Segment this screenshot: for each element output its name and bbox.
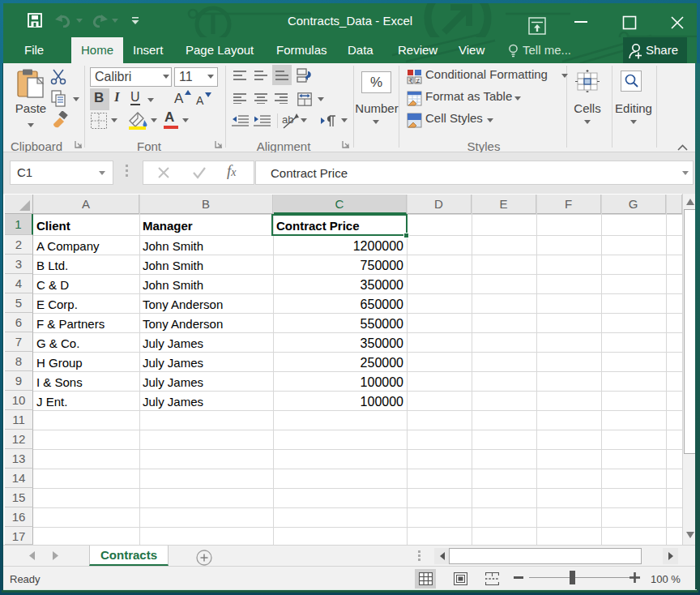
svg-text:≠: ≠ — [416, 77, 420, 85]
svg-text:₹: ₹ — [408, 77, 413, 85]
